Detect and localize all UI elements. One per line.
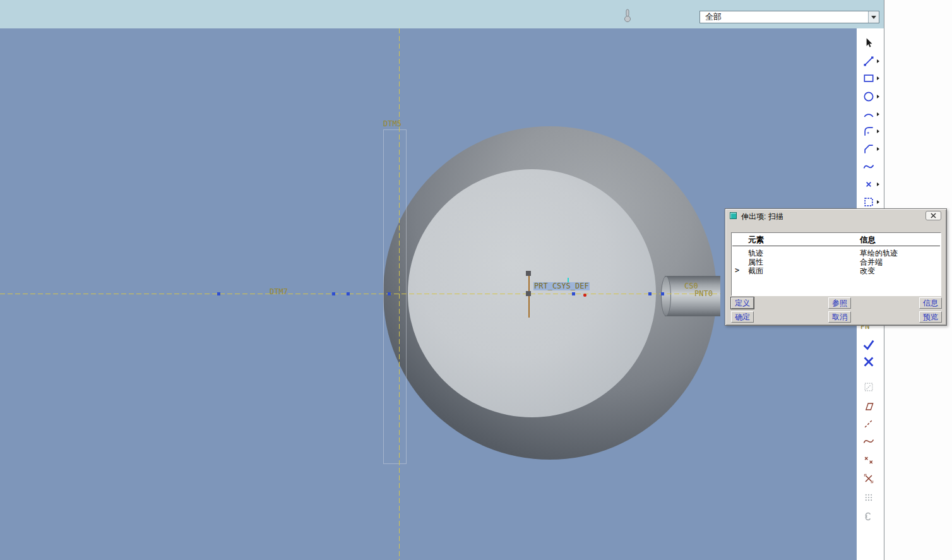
tool-pattern-button-disabled bbox=[858, 489, 879, 506]
cancel-button[interactable]: 取消 bbox=[828, 311, 851, 323]
drag-handle[interactable] bbox=[572, 292, 575, 295]
tool-fillet-button[interactable] bbox=[858, 123, 879, 140]
tool-rectangle-button[interactable] bbox=[858, 70, 879, 86]
datum-plane-dtm5-outline[interactable] bbox=[383, 129, 407, 464]
table-row-attributes[interactable]: 属性 合并端 bbox=[732, 257, 941, 266]
sketch-done-button[interactable] bbox=[858, 337, 879, 353]
flyout-arrow-icon[interactable] bbox=[877, 112, 879, 116]
tool-link-button-disabled bbox=[858, 508, 879, 525]
tool-select-button[interactable] bbox=[858, 35, 879, 51]
double-x-icon bbox=[862, 454, 875, 467]
drag-handle[interactable] bbox=[217, 292, 220, 295]
flyout-arrow-icon[interactable] bbox=[877, 76, 879, 80]
centerline-icon bbox=[862, 417, 875, 430]
use-edge-icon bbox=[862, 196, 875, 208]
ok-button[interactable]: 确定 bbox=[731, 311, 754, 323]
circle-icon bbox=[862, 90, 875, 103]
datum-line-vertical[interactable] bbox=[399, 28, 400, 560]
label-pnt0[interactable]: PNT0 bbox=[694, 290, 713, 298]
arrow-cursor-icon bbox=[862, 37, 875, 49]
arc-icon bbox=[862, 108, 875, 121]
x-icon bbox=[862, 355, 876, 369]
drag-handle[interactable] bbox=[648, 292, 652, 295]
preview-button[interactable]: 预览 bbox=[919, 311, 942, 323]
drag-handle[interactable] bbox=[661, 292, 664, 295]
tool-construction-spline-button[interactable] bbox=[858, 433, 879, 450]
flyout-arrow-icon[interactable] bbox=[877, 147, 879, 151]
label-dtm5[interactable]: DTM5 bbox=[383, 120, 402, 128]
point-marker[interactable] bbox=[583, 294, 586, 297]
table-row-section[interactable]: > 截面 改变 bbox=[732, 266, 941, 275]
model-side-cylinder-cap bbox=[661, 276, 671, 316]
dialog-app-icon bbox=[730, 212, 737, 219]
parallelogram-icon bbox=[862, 400, 875, 413]
sweep-trajectory-segment[interactable] bbox=[528, 276, 530, 318]
table-row-trajectory[interactable]: 轨迹 草绘的轨迹 bbox=[732, 248, 941, 257]
sweep-protrusion-dialog: 伸出项: 扫描 元素 信息 轨迹 草绘的轨迹 属性 合并端 > 截面 bbox=[725, 208, 947, 326]
row-element-label: 截面 bbox=[748, 266, 763, 277]
tool-arc-button[interactable] bbox=[858, 106, 879, 122]
flyout-arrow-icon[interactable] bbox=[877, 182, 879, 186]
filter-dropdown-value: 全部 bbox=[700, 11, 868, 23]
top-toolbar: 全部 bbox=[0, 0, 884, 28]
drag-handle[interactable] bbox=[332, 292, 335, 295]
dialog-title: 伸出项: 扫描 bbox=[741, 211, 783, 222]
dropdown-arrow-icon[interactable] bbox=[868, 11, 879, 23]
vertex-handle[interactable] bbox=[526, 271, 531, 276]
dialog-title-bar[interactable]: 伸出项: 扫描 bbox=[725, 209, 946, 223]
table-header-element: 元素 bbox=[748, 235, 764, 246]
dot-grid-disabled-icon bbox=[862, 491, 875, 504]
dimension-disabled-icon bbox=[862, 381, 875, 393]
tool-spline-button[interactable] bbox=[858, 158, 879, 175]
label-prt-csys-def[interactable]: PRT_CSYS_DEF bbox=[533, 282, 590, 290]
tool-section-button[interactable] bbox=[858, 398, 879, 415]
tool-dimension-button-disabled bbox=[858, 379, 879, 395]
tool-point-marks-button[interactable] bbox=[858, 452, 879, 468]
tool-modify-button[interactable] bbox=[858, 470, 879, 487]
row-info-label: 改变 bbox=[860, 266, 875, 277]
line-icon bbox=[862, 55, 875, 68]
table-header-rule bbox=[732, 246, 940, 246]
drag-handle[interactable] bbox=[347, 292, 350, 295]
flyout-arrow-icon[interactable] bbox=[877, 95, 879, 98]
vertex-handle[interactable] bbox=[526, 291, 531, 296]
tool-line-button[interactable] bbox=[858, 53, 879, 69]
datum-line-horizontal[interactable] bbox=[0, 294, 720, 294]
define-button[interactable]: 定义 bbox=[731, 297, 754, 309]
spline-icon bbox=[862, 160, 875, 173]
flyout-arrow-icon[interactable] bbox=[877, 129, 879, 133]
filter-dropdown[interactable]: 全部 bbox=[699, 11, 879, 23]
point-x-icon bbox=[862, 178, 875, 191]
current-row-marker: > bbox=[735, 266, 739, 275]
label-dtm7[interactable]: DTM7 bbox=[270, 288, 288, 296]
drag-handle[interactable] bbox=[388, 292, 391, 295]
references-button[interactable]: 参照 bbox=[828, 297, 851, 309]
fillet-icon bbox=[862, 125, 875, 138]
check-icon bbox=[862, 338, 876, 352]
flyout-arrow-icon[interactable] bbox=[877, 200, 879, 204]
pin-icon[interactable] bbox=[622, 8, 633, 23]
tool-centerline-button[interactable] bbox=[858, 415, 879, 432]
dialog-close-button[interactable] bbox=[925, 211, 941, 220]
info-button[interactable]: 信息 bbox=[919, 297, 942, 309]
chamfer-icon bbox=[862, 143, 875, 155]
element-table: 元素 信息 轨迹 草绘的轨迹 属性 合并端 > 截面 改变 bbox=[731, 232, 941, 296]
table-header-info: 信息 bbox=[860, 235, 876, 246]
rectangle-icon bbox=[862, 72, 875, 85]
tool-point-button[interactable] bbox=[858, 176, 879, 193]
app-window: 全部 DTM5 DTM7 PRT_CSYS_DEF CS0 PNT0 bbox=[0, 0, 952, 560]
close-x-icon bbox=[931, 213, 936, 218]
flyout-arrow-icon[interactable] bbox=[877, 59, 879, 63]
sketch-cancel-button[interactable] bbox=[858, 354, 879, 370]
x-arrows-icon bbox=[862, 472, 875, 485]
wave-icon bbox=[862, 435, 875, 448]
tool-circle-button[interactable] bbox=[858, 88, 879, 105]
chain-link-disabled-icon bbox=[862, 510, 875, 523]
tool-chamfer-button[interactable] bbox=[858, 141, 879, 157]
